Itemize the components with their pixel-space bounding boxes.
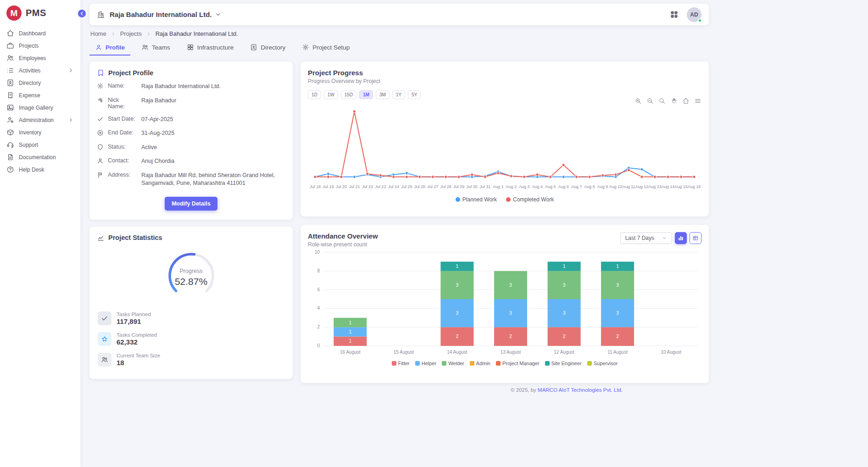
tab-directory[interactable]: Directory bbox=[245, 40, 291, 56]
table-view-toggle-button[interactable] bbox=[690, 232, 701, 244]
footer-company-link[interactable]: MARCO AIoT Technologies Pvt. Ltd. bbox=[538, 387, 623, 393]
zoom-out-icon[interactable] bbox=[646, 97, 654, 105]
table-icon bbox=[692, 235, 699, 241]
legend-item[interactable]: Fitter bbox=[392, 361, 410, 366]
sidebar-collapse-button[interactable] bbox=[77, 8, 87, 19]
progress-card-subtitle: Progress Overview by Project bbox=[308, 78, 701, 84]
tab-project-setup[interactable]: Project Setup bbox=[296, 40, 355, 56]
profile-field-name: Name: Raja Bahadur International Ltd. bbox=[97, 83, 285, 91]
selection-zoom-icon[interactable] bbox=[658, 97, 666, 105]
gear-icon bbox=[97, 83, 104, 89]
menu-icon[interactable] bbox=[694, 97, 701, 105]
svg-text:1: 1 bbox=[616, 263, 619, 269]
chevron-right-icon bbox=[146, 31, 151, 37]
legend-item[interactable]: Supervisor bbox=[587, 361, 618, 366]
profile-card-title: Project Profile bbox=[108, 69, 153, 77]
svg-text:Jul 27: Jul 27 bbox=[427, 184, 438, 189]
svg-text:Aug 6: Aug 6 bbox=[558, 184, 569, 189]
progress-gauge: Progress 52.87% bbox=[165, 249, 218, 302]
briefcase-icon bbox=[6, 42, 14, 50]
tab-infrastructure[interactable]: Infrastructure bbox=[181, 40, 239, 56]
zoom-in-icon[interactable] bbox=[634, 97, 642, 105]
shortcuts-button[interactable] bbox=[670, 10, 679, 19]
range-5y[interactable]: 5Y bbox=[408, 90, 421, 99]
svg-text:1: 1 bbox=[563, 263, 566, 269]
sidebar-item-directory[interactable]: Directory bbox=[0, 77, 80, 89]
svg-text:Jul 19: Jul 19 bbox=[323, 184, 334, 189]
sidebar-item-employees[interactable]: Employees bbox=[0, 52, 80, 64]
svg-text:1: 1 bbox=[456, 263, 458, 269]
legend-item[interactable]: Completed Work bbox=[506, 196, 554, 203]
breadcrumb-home[interactable]: Home bbox=[90, 30, 106, 37]
svg-text:1: 1 bbox=[349, 320, 351, 325]
modify-details-button[interactable]: Modify Details bbox=[165, 197, 217, 211]
brand-logo[interactable]: M PMS bbox=[0, 0, 80, 26]
range-1y[interactable]: 1Y bbox=[392, 90, 405, 99]
svg-text:10: 10 bbox=[315, 250, 320, 255]
tab-profile[interactable]: Profile bbox=[89, 40, 130, 56]
svg-text:Jul 23: Jul 23 bbox=[375, 184, 386, 189]
reset-home-icon[interactable] bbox=[682, 97, 690, 105]
sidebar-item-support[interactable]: Support bbox=[0, 139, 80, 151]
range-1d[interactable]: 1D bbox=[308, 90, 321, 99]
sidebar-item-dashboard[interactable]: Dashboard bbox=[0, 27, 80, 39]
sidebar-item-projects[interactable]: Projects bbox=[0, 39, 80, 52]
project-progress-line-chart[interactable]: Jul 18Jul 19Jul 20Jul 21Jul 22Jul 23Jul … bbox=[308, 100, 701, 195]
svg-text:Aug 7: Aug 7 bbox=[571, 184, 582, 189]
user-gear-icon bbox=[6, 116, 14, 124]
legend-item[interactable]: Site Engineer bbox=[545, 361, 582, 366]
range-3m[interactable]: 3M bbox=[376, 90, 389, 99]
range-1w[interactable]: 1W bbox=[324, 90, 338, 99]
svg-text:Aug 12: Aug 12 bbox=[635, 184, 649, 189]
sidebar-item-help-desk[interactable]: Help Desk bbox=[0, 163, 80, 176]
svg-text:Jul 30: Jul 30 bbox=[467, 184, 478, 189]
sidebar-item-activities[interactable]: Activities bbox=[0, 64, 80, 77]
range-1m[interactable]: 1M bbox=[359, 90, 373, 99]
project-progress-card: Project Progress Progress Overview by Pr… bbox=[300, 61, 709, 217]
fingerprint-icon bbox=[97, 97, 104, 104]
sidebar-item-documentation[interactable]: Documentation bbox=[0, 151, 80, 163]
svg-text:Aug 10: Aug 10 bbox=[609, 184, 623, 189]
stat-tasks-planned: Tasks Planned117,891 bbox=[98, 311, 285, 325]
avatar[interactable]: AD bbox=[687, 7, 701, 22]
sidebar-item-administration[interactable]: Administration bbox=[0, 114, 80, 126]
address-book-icon bbox=[6, 79, 14, 87]
svg-text:Jul 18: Jul 18 bbox=[310, 184, 321, 189]
receipt-icon bbox=[6, 91, 14, 99]
svg-text:3: 3 bbox=[509, 310, 512, 316]
svg-text:Jul 25: Jul 25 bbox=[401, 184, 412, 189]
sidebar-item-inventory[interactable]: Inventory bbox=[0, 126, 80, 139]
project-selector-dropdown[interactable] bbox=[215, 11, 222, 18]
users-icon bbox=[6, 54, 14, 62]
range-15d[interactable]: 15D bbox=[341, 90, 356, 99]
bookmark-icon bbox=[97, 69, 105, 77]
chart-toolbar bbox=[634, 97, 701, 105]
svg-text:3: 3 bbox=[456, 282, 458, 288]
list-icon bbox=[6, 67, 14, 74]
sidebar-item-expense[interactable]: Expense bbox=[0, 89, 80, 101]
attendance-bar-chart[interactable]: 024681016 August11115 August14 August233… bbox=[308, 248, 701, 360]
svg-text:Aug 8: Aug 8 bbox=[584, 184, 595, 189]
tab-teams[interactable]: Teams bbox=[136, 40, 176, 56]
svg-text:3: 3 bbox=[509, 282, 512, 288]
image-icon bbox=[6, 104, 14, 111]
svg-text:Aug 5: Aug 5 bbox=[545, 184, 556, 189]
svg-text:13 August: 13 August bbox=[501, 350, 521, 355]
legend-item[interactable]: Planned Work bbox=[456, 196, 497, 203]
sidebar-item-image-gallery[interactable]: Image Gallery bbox=[0, 101, 80, 114]
svg-text:14 August: 14 August bbox=[447, 350, 467, 355]
legend-item[interactable]: Welder bbox=[442, 361, 464, 366]
legend-item[interactable]: Project Manager bbox=[496, 361, 540, 366]
breadcrumb-projects[interactable]: Projects bbox=[120, 30, 142, 37]
brand-name: PMS bbox=[26, 8, 46, 18]
chart-view-toggle-button[interactable] bbox=[675, 232, 687, 244]
date-range-select[interactable]: Last 7 Days bbox=[620, 232, 672, 244]
legend-item[interactable]: Helper bbox=[415, 361, 436, 366]
svg-text:Jul 21: Jul 21 bbox=[349, 184, 360, 189]
progress-card-title: Project Progress bbox=[308, 69, 701, 77]
legend-item[interactable]: Admin bbox=[470, 361, 490, 366]
svg-text:2: 2 bbox=[456, 334, 458, 339]
pan-hand-icon[interactable] bbox=[670, 97, 678, 105]
file-text-icon bbox=[6, 153, 14, 161]
profile-field-nickname: Nick Name: Raja Bahadur bbox=[97, 97, 285, 110]
